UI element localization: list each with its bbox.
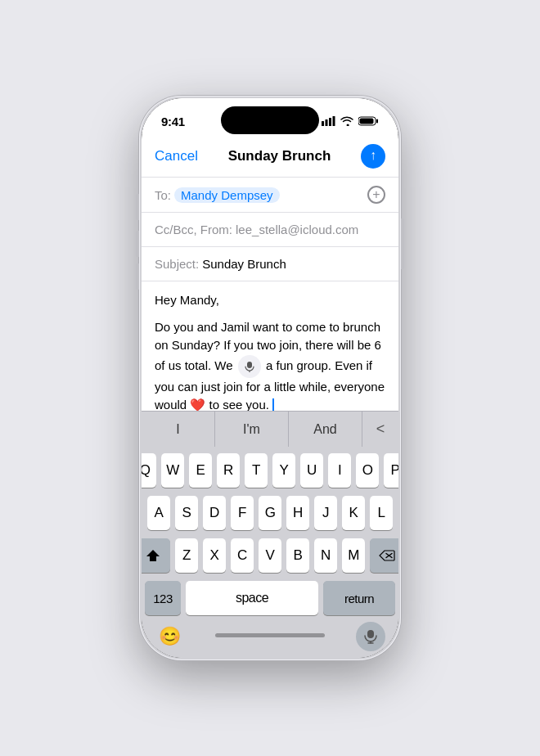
key-X[interactable]: X (203, 538, 226, 573)
compose-title: Sunday Brunch (228, 148, 331, 164)
svg-rect-12 (367, 630, 374, 638)
chevron-icon: < (376, 421, 385, 438)
space-key[interactable]: space (186, 581, 318, 615)
subject-value: Sunday Brunch (202, 257, 286, 271)
svg-rect-5 (376, 119, 378, 124)
subject-label: Subject: (155, 257, 199, 271)
subject-field-row[interactable]: Subject: Sunday Brunch (142, 247, 398, 281)
keyboard-row-2: A S D F G H J K L (145, 496, 395, 530)
emoji-button[interactable]: 😊 (155, 622, 184, 651)
send-icon: ↑ (370, 149, 376, 162)
add-icon: + (372, 188, 380, 201)
body-paragraph: Do you and Jamil want to come to brunch … (155, 318, 385, 412)
wifi-icon (340, 116, 353, 126)
shift-icon (146, 549, 160, 562)
text-cursor (272, 398, 274, 411)
body-greeting: Hey Mandy, (155, 291, 385, 310)
delete-button[interactable] (370, 538, 398, 573)
key-B[interactable]: B (286, 538, 309, 573)
status-time: 9:41 (161, 115, 185, 128)
svg-rect-6 (360, 119, 374, 124)
svg-rect-3 (333, 116, 335, 126)
svg-rect-1 (326, 119, 328, 126)
key-K[interactable]: K (342, 496, 365, 530)
cc-field-row[interactable]: Cc/Bcc, From: lee_stella@icloud.com (142, 213, 398, 247)
prediction-2-text: I'm (243, 422, 260, 437)
svg-rect-7 (247, 362, 252, 368)
key-J[interactable]: J (314, 496, 337, 530)
svg-marker-9 (146, 550, 160, 561)
add-recipient-button[interactable]: + (367, 186, 385, 204)
key-V[interactable]: V (259, 538, 281, 573)
svg-rect-0 (322, 121, 324, 126)
key-W[interactable]: W (161, 453, 184, 488)
key-E[interactable]: E (189, 453, 212, 488)
phone-frame: 9:41 (139, 96, 401, 660)
from-value: lee_stella@icloud.com (236, 223, 358, 236)
key-N[interactable]: N (314, 538, 337, 573)
prediction-2[interactable]: I'm (215, 412, 289, 447)
prediction-3[interactable]: And (289, 412, 362, 447)
dictation-button[interactable] (356, 622, 385, 651)
key-C[interactable]: C (231, 538, 254, 573)
keyboard-row-1: Q W E R T Y U I O P (145, 453, 395, 488)
key-A[interactable]: A (147, 496, 170, 530)
number-switch-button[interactable]: 123 (145, 581, 181, 615)
home-indicator (215, 633, 325, 637)
key-H[interactable]: H (286, 496, 309, 530)
to-field-row[interactable]: To: Mandy Dempsey + (142, 178, 398, 213)
svg-rect-2 (329, 118, 331, 126)
key-R[interactable]: R (217, 453, 240, 488)
to-label: To: (155, 188, 171, 202)
emoji-icon: 😊 (159, 626, 181, 647)
battery-icon (358, 116, 379, 126)
prediction-1-text: I (176, 422, 179, 437)
key-O[interactable]: O (356, 453, 379, 488)
keyboard-bottom-bar: 😊 (142, 619, 398, 658)
key-U[interactable]: U (300, 453, 323, 488)
key-M[interactable]: M (342, 538, 365, 573)
key-S[interactable]: S (175, 496, 198, 530)
status-icons (322, 116, 379, 126)
mail-body[interactable]: Hey Mandy, Do you and Jamil want to come… (142, 281, 398, 411)
keyboard-row-bottom: 123 space return (145, 581, 395, 615)
delete-icon (379, 550, 395, 561)
mic-inline-bubble (238, 355, 261, 378)
shift-button[interactable] (142, 538, 170, 573)
key-Y[interactable]: Y (272, 453, 295, 488)
recipient-chip[interactable]: Mandy Dempsey (174, 187, 280, 203)
send-button[interactable]: ↑ (361, 144, 385, 169)
cc-label: Cc/Bcc, From: (155, 223, 232, 236)
cancel-button[interactable]: Cancel (155, 148, 198, 164)
prediction-3-text: And (313, 422, 336, 437)
keyboard[interactable]: Q W E R T Y U I O P A S (142, 447, 398, 619)
dynamic-island (221, 106, 319, 134)
prediction-1[interactable]: I (142, 412, 215, 447)
compose-header: Cancel Sunday Brunch ↑ (142, 134, 398, 178)
key-G[interactable]: G (259, 496, 281, 530)
key-T[interactable]: T (245, 453, 268, 488)
keyboard-row-3: Z X C V B N M (145, 538, 395, 573)
signal-icon (322, 116, 335, 126)
key-F[interactable]: F (231, 496, 254, 530)
microphone-icon (364, 629, 377, 644)
key-Q[interactable]: Q (142, 453, 156, 488)
key-I[interactable]: I (328, 453, 351, 488)
mail-compose: Cancel Sunday Brunch ↑ To: Mandy Dempsey… (142, 134, 398, 658)
predictive-bar[interactable]: I I'm And < (142, 411, 398, 447)
key-Z[interactable]: Z (175, 538, 198, 573)
predictive-collapse-button[interactable]: < (362, 412, 398, 447)
key-L[interactable]: L (370, 496, 393, 530)
key-D[interactable]: D (203, 496, 226, 530)
return-key[interactable]: return (323, 581, 395, 615)
key-P[interactable]: P (384, 453, 398, 488)
